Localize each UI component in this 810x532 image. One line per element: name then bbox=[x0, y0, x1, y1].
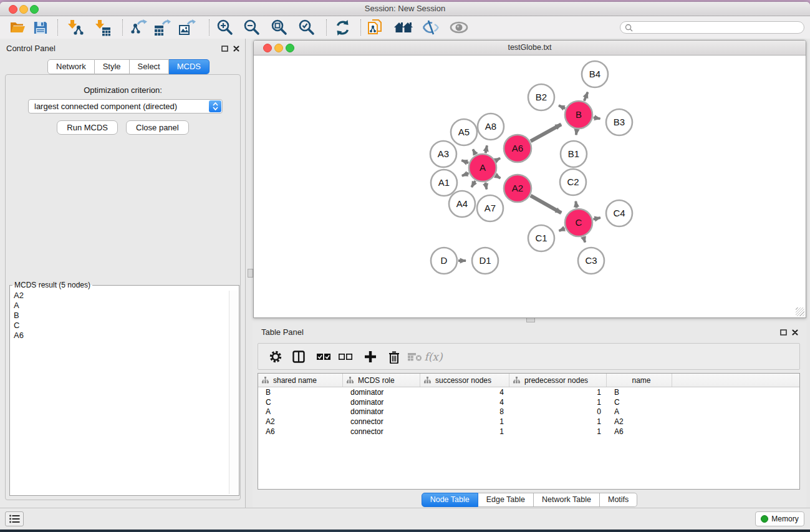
import-network-icon[interactable] bbox=[64, 19, 85, 36]
export-table-icon[interactable] bbox=[152, 19, 173, 36]
criterion-select[interactable]: largest connected component (directed) bbox=[28, 99, 223, 114]
table-settings-gear-icon[interactable] bbox=[266, 348, 285, 365]
tab-mcds[interactable]: MCDS bbox=[169, 59, 210, 74]
table-cell[interactable]: A bbox=[607, 407, 672, 416]
table-cell[interactable]: 1 bbox=[420, 417, 509, 426]
graph-node[interactable]: A3 bbox=[430, 141, 456, 167]
close-panel-icon[interactable] bbox=[791, 328, 799, 336]
graph-edge[interactable] bbox=[471, 181, 475, 187]
save-session-icon[interactable] bbox=[29, 19, 51, 36]
memory-button[interactable]: Memory bbox=[755, 511, 804, 526]
mcds-result-item[interactable]: B bbox=[11, 311, 229, 321]
graph-node[interactable]: A8 bbox=[478, 114, 504, 140]
table-tab-network-table[interactable]: Network Table bbox=[534, 493, 600, 507]
table-cell[interactable]: 4 bbox=[420, 398, 509, 407]
refresh-icon[interactable] bbox=[332, 19, 353, 36]
column-header[interactable]: MCDS role bbox=[343, 374, 420, 387]
network-canvas[interactable]: B4B2BB3A8A5A6B1A3AA1C2A2A4A7C4CC1C3DD1 bbox=[254, 56, 805, 317]
zoom-out-icon[interactable] bbox=[241, 19, 263, 36]
graph-node[interactable]: C3 bbox=[578, 248, 604, 274]
mcds-list-scrollbar[interactable] bbox=[229, 291, 238, 494]
graph-edge[interactable] bbox=[531, 196, 561, 213]
graph-edge[interactable] bbox=[486, 145, 487, 153]
open-file-icon[interactable] bbox=[7, 19, 28, 36]
table-cell[interactable]: 0 bbox=[509, 407, 607, 416]
mcds-result-item[interactable]: A bbox=[11, 301, 229, 311]
select-all-columns-icon[interactable] bbox=[314, 348, 333, 365]
table-cell[interactable]: dominator bbox=[343, 388, 420, 397]
show-columns-icon[interactable] bbox=[289, 348, 308, 365]
table-cell[interactable]: A2 bbox=[258, 417, 343, 426]
table-tab-motifs[interactable]: Motifs bbox=[600, 493, 637, 507]
delete-table-trash-icon[interactable] bbox=[385, 348, 403, 365]
graph-node[interactable]: C1 bbox=[528, 225, 554, 251]
table-tab-edge-table[interactable]: Edge Table bbox=[478, 493, 534, 507]
graph-edge[interactable] bbox=[461, 160, 468, 163]
table-cell[interactable]: B bbox=[607, 388, 672, 397]
search-input[interactable] bbox=[635, 22, 804, 32]
graph-node[interactable]: D1 bbox=[472, 248, 498, 274]
graph-edge[interactable] bbox=[576, 130, 577, 135]
table-row[interactable]: A6connector11A6 bbox=[258, 427, 799, 437]
table-cell[interactable]: dominator bbox=[343, 398, 420, 407]
table-cell[interactable]: dominator bbox=[343, 407, 420, 416]
table-row[interactable]: Cdominator41C bbox=[258, 397, 799, 407]
close-panel-button[interactable]: Close panel bbox=[126, 120, 189, 135]
window-resize-grip[interactable] bbox=[796, 307, 804, 316]
graph-node[interactable]: B3 bbox=[606, 109, 632, 135]
table-row[interactable]: Bdominator41B bbox=[258, 387, 799, 397]
graph-edge[interactable] bbox=[584, 237, 586, 243]
graph-edge[interactable] bbox=[594, 117, 600, 118]
tab-network[interactable]: Network bbox=[47, 59, 95, 74]
show-details-icon[interactable] bbox=[448, 19, 470, 36]
table-cell[interactable]: connector bbox=[343, 417, 420, 426]
column-header[interactable]: predecessor nodes bbox=[509, 374, 607, 387]
graph-node[interactable]: D bbox=[431, 248, 457, 274]
table-row[interactable]: Adominator80A bbox=[258, 407, 799, 417]
graph-edge[interactable] bbox=[584, 92, 588, 101]
graph-node[interactable]: C2 bbox=[560, 169, 586, 195]
table-cell[interactable]: B bbox=[258, 388, 343, 397]
graph-node[interactable]: A bbox=[469, 154, 496, 181]
tab-style[interactable]: Style bbox=[95, 59, 130, 74]
graph-node[interactable]: A2 bbox=[504, 175, 531, 202]
table-cell[interactable]: C bbox=[258, 398, 343, 407]
export-network-icon[interactable] bbox=[128, 19, 149, 36]
table-cell[interactable]: A6 bbox=[258, 427, 343, 436]
graph-edge[interactable] bbox=[593, 218, 600, 220]
horizontal-splitter-handle[interactable] bbox=[526, 317, 535, 322]
table-tab-node-table[interactable]: Node Table bbox=[422, 493, 478, 507]
table-cell[interactable]: 1 bbox=[509, 427, 607, 436]
graph-node[interactable]: A1 bbox=[431, 170, 457, 196]
graph-edge[interactable] bbox=[559, 228, 565, 231]
table-cell[interactable]: C bbox=[607, 398, 672, 407]
graph-edge[interactable] bbox=[531, 124, 561, 141]
table-cell[interactable]: A6 bbox=[607, 427, 672, 436]
graph-edge[interactable] bbox=[559, 105, 565, 109]
network-from-file-icon[interactable] bbox=[365, 19, 386, 36]
hide-details-icon[interactable] bbox=[420, 19, 441, 36]
table-cell[interactable]: 4 bbox=[420, 388, 509, 397]
graph-edge[interactable] bbox=[496, 158, 500, 161]
table-cell[interactable]: 1 bbox=[509, 417, 607, 426]
column-header[interactable]: successor nodes bbox=[420, 374, 509, 387]
table-cell[interactable]: A2 bbox=[607, 417, 672, 426]
graph-node[interactable]: B1 bbox=[561, 141, 587, 167]
table-cell[interactable]: 1 bbox=[509, 388, 607, 397]
column-header[interactable]: shared name bbox=[258, 374, 343, 387]
mcds-result-item[interactable]: A2 bbox=[11, 291, 229, 301]
vertical-splitter-handle[interactable] bbox=[248, 269, 253, 278]
task-history-list-icon[interactable] bbox=[5, 511, 24, 526]
graph-node[interactable]: A6 bbox=[504, 135, 531, 162]
graph-edge[interactable] bbox=[473, 149, 475, 154]
graph-edge[interactable] bbox=[496, 175, 501, 178]
tab-select[interactable]: Select bbox=[130, 59, 169, 74]
zoom-in-icon[interactable] bbox=[215, 19, 236, 36]
table-row[interactable]: A2connector11A2 bbox=[258, 417, 799, 427]
graph-node[interactable]: C4 bbox=[606, 200, 632, 226]
float-panel-icon[interactable] bbox=[779, 328, 788, 336]
graph-node[interactable]: A5 bbox=[451, 119, 477, 145]
export-image-icon[interactable] bbox=[176, 19, 198, 36]
mcds-result-item[interactable]: A6 bbox=[11, 331, 229, 341]
mcds-result-item[interactable]: C bbox=[11, 321, 229, 331]
